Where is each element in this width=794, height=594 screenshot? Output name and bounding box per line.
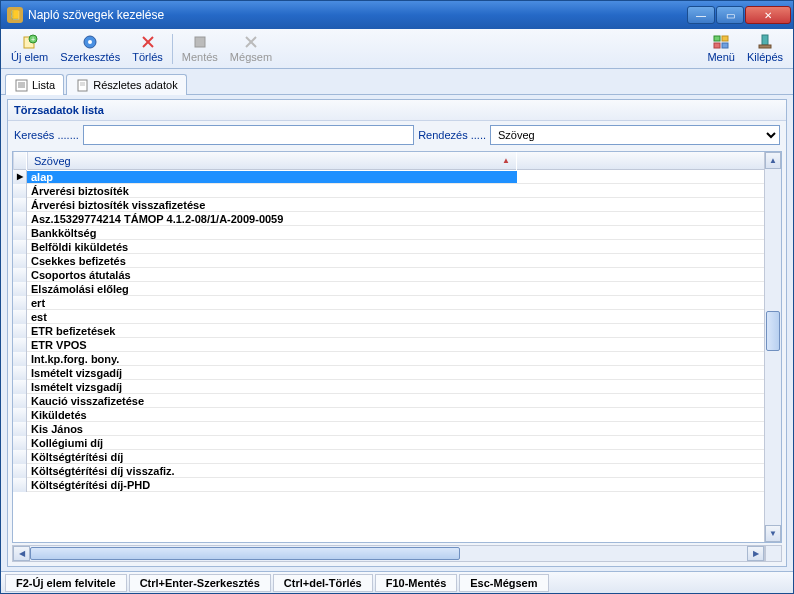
hscroll-track[interactable] xyxy=(30,546,747,561)
scroll-left-button[interactable]: ◀ xyxy=(13,546,30,561)
window-title: Napló szövegek kezelése xyxy=(28,8,686,22)
hscroll-thumb[interactable] xyxy=(30,547,460,560)
scroll-right-button[interactable]: ▶ xyxy=(747,546,764,561)
cell-szoveg: Kis János xyxy=(27,423,517,435)
table-row[interactable]: Kis János xyxy=(13,422,764,436)
table-row[interactable]: Int.kp.forg. bony. xyxy=(13,352,764,366)
main-toolbar: + Új elem Szerkesztés Törlés Mentés xyxy=(1,29,793,69)
row-indicator xyxy=(13,282,27,296)
new-button[interactable]: + Új elem xyxy=(5,31,54,67)
delete-icon xyxy=(140,34,156,50)
titlebar[interactable]: 📒 Napló szövegek kezelése — ▭ ✕ xyxy=(1,1,793,29)
table-row[interactable]: Árverési biztosíték xyxy=(13,184,764,198)
scroll-thumb[interactable] xyxy=(766,311,780,351)
cell-szoveg: ETR befizetések xyxy=(27,325,517,337)
table-row[interactable]: ert xyxy=(13,296,764,310)
svg-rect-13 xyxy=(722,43,728,48)
cell-szoveg: Elszámolási előleg xyxy=(27,283,517,295)
minimize-button[interactable]: — xyxy=(687,6,715,24)
status-f10: F10-Mentés xyxy=(375,574,458,592)
column-header-szoveg[interactable]: Szöveg ▲ xyxy=(27,152,517,170)
vertical-scrollbar[interactable]: ▲ ▼ xyxy=(764,152,781,542)
grid-rows: ▶alapÁrverési biztosítékÁrverési biztosí… xyxy=(13,170,764,492)
scroll-up-button[interactable]: ▲ xyxy=(765,152,781,169)
row-indicator xyxy=(13,408,27,422)
table-row[interactable]: Költségtérítési díj visszafiz. xyxy=(13,464,764,478)
cell-szoveg: Ismételt vizsgadíj xyxy=(27,381,517,393)
sort-select[interactable]: Szöveg xyxy=(490,125,780,145)
row-indicator: ▶ xyxy=(13,170,27,184)
data-grid: Szöveg ▲ ▶alapÁrverési biztosítékÁrverés… xyxy=(12,151,782,543)
table-row[interactable]: ▶alap xyxy=(13,170,764,184)
menu-button[interactable]: Menü xyxy=(701,31,741,67)
row-indicator xyxy=(13,352,27,366)
cell-szoveg: Költségtérítési díj-PHD xyxy=(27,479,517,491)
table-row[interactable]: Kaució visszafizetése xyxy=(13,394,764,408)
cell-szoveg: alap xyxy=(27,171,517,183)
delete-button[interactable]: Törlés xyxy=(126,31,169,67)
cell-szoveg: Árverési biztosíték visszafizetése xyxy=(27,199,517,211)
table-row[interactable]: Költségtérítési díj xyxy=(13,450,764,464)
cell-szoveg: Int.kp.forg. bony. xyxy=(27,353,517,365)
maximize-button[interactable]: ▭ xyxy=(716,6,744,24)
horizontal-scrollbar[interactable]: ◀ ▶ xyxy=(12,545,765,562)
status-ctrl-enter: Ctrl+Enter-Szerkesztés xyxy=(129,574,271,592)
filter-row: Keresés ....... Rendezés ..... Szöveg xyxy=(8,121,786,149)
cell-szoveg: Költségtérítési díj xyxy=(27,451,517,463)
table-row[interactable]: est xyxy=(13,310,764,324)
svg-rect-14 xyxy=(762,35,768,45)
table-row[interactable]: Csekkes befizetés xyxy=(13,254,764,268)
table-row[interactable]: ETR VPOS xyxy=(13,338,764,352)
cell-szoveg: Belföldi kiküldetés xyxy=(27,241,517,253)
app-window: 📒 Napló szövegek kezelése — ▭ ✕ + Új ele… xyxy=(0,0,794,594)
content-area: Törzsadatok lista Keresés ....... Rendez… xyxy=(1,95,793,571)
svg-rect-11 xyxy=(722,36,728,41)
table-row[interactable]: Árverési biztosíték visszafizetése xyxy=(13,198,764,212)
close-button[interactable]: ✕ xyxy=(745,6,791,24)
scroll-track[interactable] xyxy=(765,169,781,525)
row-indicator xyxy=(13,310,27,324)
table-row[interactable]: Kiküldetés xyxy=(13,408,764,422)
cell-szoveg: Kiküldetés xyxy=(27,409,517,421)
table-row[interactable]: Kollégiumi díj xyxy=(13,436,764,450)
svg-point-4 xyxy=(88,40,92,44)
cancel-icon xyxy=(243,34,259,50)
save-button: Mentés xyxy=(176,31,224,67)
scroll-corner xyxy=(765,545,782,562)
table-row[interactable]: Bankköltség xyxy=(13,226,764,240)
search-input[interactable] xyxy=(83,125,414,145)
cancel-button: Mégsem xyxy=(224,31,278,67)
tab-detail[interactable]: Részletes adatok xyxy=(66,74,186,95)
list-panel: Törzsadatok lista Keresés ....... Rendez… xyxy=(7,99,787,567)
row-indicator xyxy=(13,366,27,380)
cell-szoveg: Bankköltség xyxy=(27,227,517,239)
panel-title: Törzsadatok lista xyxy=(8,100,786,121)
table-row[interactable]: Ismételt vizsgadíj xyxy=(13,366,764,380)
table-row[interactable]: Belföldi kiküldetés xyxy=(13,240,764,254)
edit-button[interactable]: Szerkesztés xyxy=(54,31,126,67)
table-row[interactable]: Csoportos átutalás xyxy=(13,268,764,282)
cell-szoveg: ert xyxy=(27,297,517,309)
row-indicator xyxy=(13,198,27,212)
svg-rect-12 xyxy=(714,43,720,48)
table-row[interactable]: Költségtérítési díj-PHD xyxy=(13,478,764,492)
scroll-down-button[interactable]: ▼ xyxy=(765,525,781,542)
cell-szoveg: est xyxy=(27,311,517,323)
tab-list[interactable]: Lista xyxy=(5,74,64,95)
row-indicator xyxy=(13,422,27,436)
table-row[interactable]: Asz.15329774214 TÁMOP 4.1.2-08/1/A-2009-… xyxy=(13,212,764,226)
table-row[interactable]: ETR befizetések xyxy=(13,324,764,338)
cell-szoveg: Asz.15329774214 TÁMOP 4.1.2-08/1/A-2009-… xyxy=(27,213,517,225)
row-indicator xyxy=(13,338,27,352)
exit-button[interactable]: Kilépés xyxy=(741,31,789,67)
row-indicator xyxy=(13,254,27,268)
row-indicator xyxy=(13,478,27,492)
cell-szoveg: Költségtérítési díj visszafiz. xyxy=(27,465,517,477)
svg-rect-10 xyxy=(714,36,720,41)
cell-szoveg: Kaució visszafizetése xyxy=(27,395,517,407)
table-row[interactable]: Ismételt vizsgadíj xyxy=(13,380,764,394)
page-icon xyxy=(75,78,89,92)
new-icon: + xyxy=(22,34,38,50)
sort-indicator-icon: ▲ xyxy=(502,156,510,165)
table-row[interactable]: Elszámolási előleg xyxy=(13,282,764,296)
